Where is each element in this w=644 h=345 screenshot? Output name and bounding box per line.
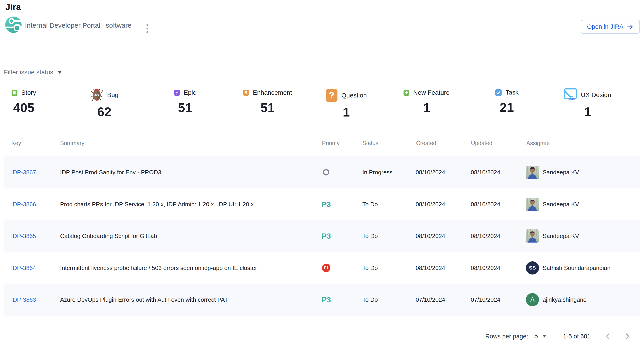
priority-p3-icon: P3 [322, 232, 331, 241]
stat-label: Question [341, 92, 367, 99]
stat-enhancement: Enhancement 51 [243, 89, 292, 114]
issue-status: To Do [362, 201, 378, 208]
assignee-avatar-photo [526, 166, 539, 179]
stat-count: 51 [178, 101, 192, 114]
issue-updated: 08/10/2024 [471, 233, 500, 240]
stat-count: 1 [423, 101, 430, 114]
open-in-jira-label: Open in JIRA [587, 23, 624, 30]
arrow-right-icon [627, 23, 634, 30]
issue-created: 08/10/2024 [416, 233, 445, 240]
stat-count: 1 [343, 106, 350, 119]
column-header-summary: Summary [60, 140, 84, 146]
assignee-avatar-initials: A [526, 293, 539, 306]
stat-count: 1 [584, 105, 591, 118]
issue-created: 08/10/2024 [416, 264, 445, 271]
stat-bug: </> Bug 62 [90, 88, 118, 118]
issue-key-link[interactable]: IDP-3866 [11, 201, 36, 208]
stat-count: 21 [500, 101, 514, 114]
stat-label: Enhancement [253, 89, 292, 96]
issue-key-link[interactable]: IDP-3865 [11, 233, 36, 240]
table-row: IDP-3866 Prod charts PRs for IDP Service… [4, 188, 640, 220]
issue-key-link[interactable]: IDP-3867 [11, 169, 36, 176]
column-header-priority: Priority [322, 140, 340, 146]
assignee-name: Sathish Soundarapandian [543, 264, 610, 271]
epic-icon [174, 90, 180, 96]
kebab-dot [146, 28, 148, 29]
assignee-name: Sandeepa KV [543, 233, 579, 240]
enhancement-icon [243, 90, 249, 96]
stat-question: ? Question 1 [326, 89, 367, 119]
stat-new-feature: New Feature 1 [404, 89, 450, 114]
rows-per-page-caret-icon[interactable] [542, 335, 546, 338]
open-in-jira-button[interactable]: Open in JIRA [581, 20, 640, 33]
assignee-avatar-photo [526, 198, 539, 211]
jira-plugin-page: Jira Internal Developer Portal | softwar… [0, 0, 644, 345]
issue-summary: Prod charts PRs for IDP Service: 1.20.x,… [60, 201, 254, 208]
svg-text:</>: </> [94, 93, 99, 97]
filter-issue-status-select[interactable]: Filter issue status [4, 69, 65, 76]
stat-label: New Feature [413, 89, 450, 96]
assignee-name: ajinkya.shingane [543, 296, 587, 303]
kebab-dot [146, 24, 148, 26]
chevron-right-icon [624, 333, 630, 340]
kebab-dot [146, 31, 148, 33]
priority-p3-icon: P3 [322, 200, 331, 209]
issue-key-link[interactable]: IDP-3863 [11, 296, 36, 303]
issue-summary: Catalog Onboarding Script for GitLab [60, 233, 157, 240]
column-header-updated: Updated [471, 140, 492, 146]
stat-label: Epic [184, 89, 196, 96]
priority-p1-label: P1 [324, 266, 328, 270]
pagination-range: 1-5 of 601 [563, 333, 591, 340]
column-header-created: Created [416, 140, 436, 146]
issue-updated: 08/10/2024 [471, 169, 500, 176]
stat-label: UX Design [581, 91, 611, 99]
priority-none-icon [323, 169, 329, 175]
issue-status: To Do [362, 264, 378, 271]
issue-updated: 08/10/2024 [471, 201, 500, 208]
issue-created: 07/10/2024 [416, 296, 445, 303]
issue-status: To Do [362, 296, 378, 303]
issue-summary: IDP Post Prod Sanity for Env - PROD3 [60, 169, 161, 176]
column-header-status: Status [362, 140, 378, 146]
previous-page-button[interactable] [602, 331, 613, 342]
stat-label: Story [21, 89, 36, 96]
story-icon [12, 90, 18, 96]
rows-per-page-label: Rows per page: [485, 333, 528, 340]
more-options-button[interactable] [145, 24, 150, 33]
issue-updated: 08/10/2024 [471, 264, 500, 271]
table-row: IDP-3867 IDP Post Prod Sanity for Env - … [4, 156, 640, 188]
priority-p1-icon: P1 [322, 264, 330, 272]
assignee-name: Sandeepa KV [543, 169, 579, 176]
issue-key-link[interactable]: IDP-3864 [11, 264, 36, 271]
stat-label: Task [506, 89, 518, 96]
table-row: IDP-3863 Azure DevOps Plugin Errors out … [4, 284, 640, 316]
table-row: IDP-3865 Catalog Onboarding Script for G… [4, 220, 640, 252]
stat-epic: Epic 51 [174, 89, 196, 114]
stat-story: Story 405 [12, 89, 36, 114]
assignee-name: Sandeepa KV [543, 201, 579, 208]
rows-per-page-select[interactable]: 5 [534, 332, 538, 340]
new-feature-icon [404, 90, 409, 96]
task-icon [495, 89, 502, 96]
issue-status: In Progress [362, 169, 392, 176]
entity-logo [5, 16, 22, 33]
dropdown-caret-icon [58, 71, 62, 74]
stat-task: Task 21 [495, 89, 518, 114]
issue-created: 08/10/2024 [416, 201, 445, 208]
svg-text:?: ? [329, 90, 334, 100]
issue-updated: 07/10/2024 [471, 296, 500, 303]
bug-icon: </> [90, 88, 104, 101]
select-underline [4, 79, 65, 79]
priority-p3-icon: P3 [322, 295, 331, 304]
entity-name: Internal Developer Portal | software [25, 22, 132, 29]
ux-design-icon [564, 88, 577, 102]
stat-count: 51 [260, 101, 274, 114]
stat-count: 405 [13, 101, 34, 114]
page-title: Jira [6, 2, 21, 12]
column-header-assignee: Assignee [526, 140, 550, 146]
stat-label: Bug [107, 91, 118, 99]
next-page-button[interactable] [622, 331, 633, 342]
issue-status: To Do [362, 233, 378, 240]
column-header-key: Key [11, 140, 21, 146]
issue-summary: Azure DevOps Plugin Errors out with Auth… [60, 296, 228, 303]
